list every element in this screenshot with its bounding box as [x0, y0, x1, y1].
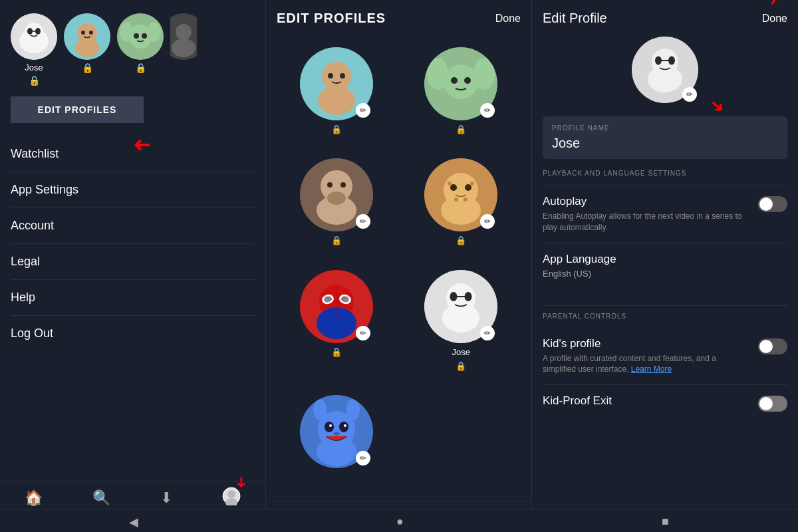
grid-grogu-lock: 🔒 [456, 124, 466, 134]
avatar-wrapper-obi: ✏ [300, 158, 373, 231]
playback-section-label: PLAYBACK AND LANGUAGE SETTINGS [543, 170, 787, 177]
square-control-right[interactable]: ■ [662, 515, 669, 529]
avatar-wrapper-grogu: ✏ [424, 47, 497, 120]
kid-proof-toggle[interactable] [758, 396, 787, 412]
svg-point-14 [148, 22, 161, 42]
panel-middle-header: EDIT PROFILES Done [277, 11, 521, 31]
grid-leopard[interactable]: ✏ 🔒 [402, 153, 521, 259]
done-wrapper: Done ➜ [762, 13, 787, 25]
profile-name-value[interactable]: Jose [552, 136, 778, 151]
profile-luca-lock: 🔒 [82, 63, 93, 73]
nav-app-settings[interactable]: App Settings [11, 172, 255, 208]
svg-point-71 [339, 422, 348, 432]
grid-obi[interactable]: ✏ 🔒 [277, 153, 396, 259]
edit-avatar-wrapper: ✏ ➜ [632, 37, 698, 103]
kids-profile-setting: Kid's profile A profile with curated con… [543, 328, 787, 386]
nav-list: Watchlist App Settings Account Legal Hel… [11, 136, 255, 351]
profile-jose-lock: 🔒 [29, 75, 40, 86]
parental-label: PARENTAL CONTROLS [543, 313, 787, 320]
avatar-grogu [117, 13, 164, 60]
kids-profile-toggle[interactable] [758, 338, 787, 354]
bottom-nav-controls-right: ◀ ● ■ [532, 515, 798, 529]
avatar-baymax [11, 13, 57, 60]
svg-point-37 [327, 192, 346, 205]
nav-legal[interactable]: Legal [11, 244, 255, 280]
bottom-bar-right: ◀ ● ■ [532, 509, 798, 532]
profile-grogu[interactable]: 🔒 [117, 13, 164, 73]
download-icon[interactable]: ⬇ [160, 489, 172, 507]
profile-icon[interactable]: ➜ [222, 487, 241, 509]
svg-point-39 [340, 182, 346, 188]
grid-leopard-lock: 🔒 [456, 235, 466, 245]
svg-point-16 [142, 33, 147, 39]
profile-name-label: PROFILE NAME [552, 124, 778, 132]
avatar-luca [64, 13, 110, 60]
edit-badge-grogu[interactable]: ✏ [480, 103, 495, 118]
search-icon[interactable]: 🔍 [92, 489, 110, 507]
grid-luca[interactable]: ✏ 🔒 [277, 42, 396, 148]
autoplay-toggle[interactable] [758, 196, 787, 212]
app-language-label: App Language [543, 253, 779, 266]
edit-badge-baymax-grid[interactable]: ✏ [480, 326, 495, 340]
edit-profile-title: Edit Profile [543, 11, 607, 26]
edit-profiles-title: EDIT PROFILES [277, 11, 386, 26]
grid-jose-name: Jose [452, 347, 470, 357]
nav-logout[interactable]: Log Out [11, 316, 255, 351]
svg-point-47 [454, 198, 458, 201]
grid-grogu[interactable]: ✏ 🔒 [402, 42, 521, 148]
grid-spiderman[interactable]: ✏ 🔒 [277, 265, 396, 384]
profile-partial[interactable] [170, 13, 197, 60]
middle-done-button[interactable]: Done [495, 13, 521, 25]
profile-grogu-lock: 🔒 [135, 63, 146, 73]
edit-badge-leopard[interactable]: ✏ [480, 214, 495, 229]
avatar-wrapper-baymax-grid: ✏ [424, 270, 497, 343]
svg-point-38 [327, 182, 332, 188]
grid-baymax[interactable]: ✏ Jose 🔒 ➜ [402, 265, 521, 384]
app-language-value: English (US) [543, 269, 779, 279]
svg-point-42 [441, 196, 481, 225]
right-done-button[interactable]: Done [762, 13, 787, 25]
avatar-wrapper-luca: ✏ [300, 47, 373, 120]
svg-point-13 [120, 22, 133, 42]
grid-stitch[interactable]: ✏ [277, 390, 396, 481]
panel-middle: EDIT PROFILES Done ✏ 🔒 [266, 0, 532, 532]
arrow-profile-icon: ➜ [233, 476, 250, 488]
parental-section: PARENTAL CONTROLS Kid's profile A profil… [543, 305, 787, 422]
autoplay-setting: Autoplay Enabling Autoplay allows for th… [543, 186, 787, 243]
grid-spiderman-lock: 🔒 [331, 347, 342, 357]
profiles-grid: ✏ 🔒 ✏ 🔒 [277, 42, 521, 521]
edit-badge-stitch[interactable]: ✏ [356, 451, 370, 466]
svg-point-19 [172, 39, 196, 57]
svg-point-45 [448, 182, 452, 186]
kids-profile-desc: A profile with curated content and featu… [543, 353, 750, 376]
grid-luca-lock: 🔒 [331, 124, 342, 134]
svg-point-73 [344, 424, 346, 427]
arrow-edit-profiles: ➜ [133, 133, 151, 158]
arrow-done: ➜ [762, 0, 787, 10]
profile-name-section: PROFILE NAME Jose [543, 116, 787, 159]
svg-point-48 [464, 198, 467, 201]
home-icon[interactable]: 🏠 [25, 489, 43, 507]
svg-point-10 [89, 31, 93, 35]
kid-proof-setting: Kid-Proof Exit [543, 385, 787, 421]
kids-learn-more-link[interactable]: Learn More [631, 364, 672, 374]
svg-point-43 [450, 184, 457, 191]
autoplay-info: Autoplay Enabling Autoplay allows for th… [543, 195, 750, 233]
avatar-partial [170, 13, 197, 60]
profile-luca[interactable]: 🔒 [64, 13, 110, 73]
nav-help[interactable]: Help [11, 280, 255, 316]
edit-badge-luca[interactable]: ✏ [356, 103, 370, 118]
svg-point-44 [465, 184, 471, 191]
edit-badge-spiderman[interactable]: ✏ [356, 326, 370, 340]
nav-account[interactable]: Account [11, 208, 255, 244]
svg-point-69 [346, 399, 360, 420]
edit-badge-obi[interactable]: ✏ [356, 214, 370, 229]
edit-avatar-edit-badge[interactable]: ✏ [682, 87, 697, 102]
playback-section: PLAYBACK AND LANGUAGE SETTINGS Autoplay … [543, 170, 787, 288]
profile-jose-name: Jose [25, 63, 43, 72]
edit-profiles-button[interactable]: EDIT PROFILES [11, 96, 144, 123]
app-language-info: App Language English (US) [543, 253, 779, 279]
profile-jose[interactable]: Jose 🔒 [11, 13, 57, 86]
svg-point-21 [227, 490, 235, 498]
parental-divider [543, 305, 787, 306]
